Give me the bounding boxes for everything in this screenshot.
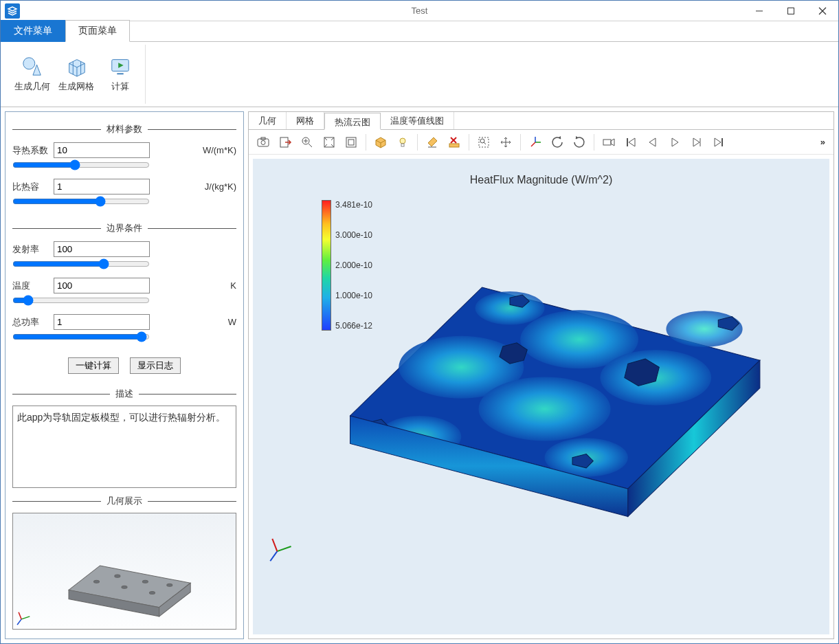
pan-button[interactable] [495, 132, 516, 153]
svg-rect-1 [788, 8, 794, 14]
axes-button[interactable] [525, 132, 546, 153]
plot-area[interactable]: HeatFlux Magnitude (W/m^2) 3.481e-10 3.0… [253, 159, 829, 634]
zoom-extents-button[interactable] [319, 132, 339, 153]
svg-point-19 [122, 586, 127, 588]
tab-mesh[interactable]: 网格 [287, 112, 324, 129]
geometry-preview[interactable] [12, 513, 236, 630]
description-text: 此app为导轨固定板模型，可以进行热辐射分析。 [12, 406, 236, 488]
show-log-button[interactable]: 显示日志 [130, 357, 181, 374]
svg-rect-36 [346, 137, 356, 147]
one-click-compute-button[interactable]: 一键计算 [68, 357, 119, 374]
svg-point-42 [400, 138, 405, 144]
minimize-button[interactable] [743, 1, 775, 21]
emissivity-input[interactable] [54, 241, 150, 257]
prev-frame-button[interactable] [642, 132, 663, 153]
last-frame-button[interactable] [708, 132, 729, 153]
tab-heatflux[interactable]: 热流云图 [324, 113, 381, 130]
svg-line-86 [272, 539, 277, 551]
next-frame-button[interactable] [686, 132, 707, 153]
param-label: 总功率 [12, 316, 49, 329]
svg-rect-43 [401, 144, 404, 146]
svg-marker-62 [672, 138, 678, 146]
sidebar: 材料参数 导热系数 W/(m*K) 比热容 J/(kg*K) 边界条件 [5, 111, 244, 639]
svg-rect-46 [449, 144, 459, 147]
svg-marker-65 [715, 138, 721, 146]
ribbon-tabs: 文件菜单 页面菜单 [1, 21, 838, 42]
generate-mesh-button[interactable]: 生成网格 [57, 56, 96, 93]
param-label: 温度 [12, 280, 49, 292]
tab-geometry[interactable]: 几何 [249, 112, 287, 129]
svg-marker-61 [649, 138, 656, 146]
plot-tabs: 几何 网格 热流云图 温度等值线图 [249, 112, 834, 130]
ribbon: 生成几何 生成网格 计算 [1, 42, 838, 107]
temperature-input[interactable] [54, 278, 150, 293]
zoom-button[interactable] [297, 132, 317, 153]
svg-point-23 [167, 584, 172, 586]
main-panel: 几何 网格 热流云图 温度等值线图 [248, 111, 834, 639]
app-icon [5, 3, 20, 19]
svg-point-70 [479, 377, 611, 441]
svg-point-20 [149, 591, 155, 594]
svg-rect-27 [258, 139, 269, 146]
cube-mesh-icon [65, 56, 87, 78]
svg-line-32 [309, 144, 312, 147]
section-header-geom: 几何展示 [12, 495, 236, 507]
plot-toolbar: » [249, 130, 834, 155]
svg-rect-37 [348, 140, 354, 145]
svg-line-24 [21, 617, 30, 619]
specific-heat-slider[interactable] [12, 196, 150, 207]
first-frame-button[interactable] [620, 132, 641, 153]
rotate-cw-button[interactable] [569, 132, 590, 153]
generate-geometry-button[interactable]: 生成几何 [13, 56, 52, 93]
thermal-conductivity-input[interactable] [54, 142, 150, 158]
rotate-ccw-button[interactable] [547, 132, 568, 153]
export-button[interactable] [275, 132, 295, 153]
tab-file-menu[interactable]: 文件菜单 [1, 20, 65, 42]
svg-point-4 [23, 58, 35, 69]
select-box-button[interactable] [473, 132, 494, 153]
action-buttons: 一键计算 显示日志 [12, 357, 236, 374]
close-button[interactable] [807, 1, 838, 21]
total-power-slider[interactable] [12, 331, 150, 342]
svg-line-51 [484, 142, 486, 144]
tab-isotherm[interactable]: 温度等值线图 [381, 112, 454, 129]
sphere-cone-icon [21, 56, 43, 78]
svg-marker-44 [428, 137, 437, 146]
zoom-box-button[interactable] [341, 132, 361, 153]
param-label: 导热系数 [12, 144, 49, 157]
ribbon-label: 生成网格 [58, 80, 94, 93]
svg-point-28 [261, 140, 265, 144]
total-power-input[interactable] [54, 314, 150, 330]
section-header-desc: 描述 [12, 388, 236, 400]
svg-line-25 [17, 619, 21, 625]
window-title: Test [412, 5, 428, 16]
param-label: 比热容 [12, 181, 49, 193]
animation-record-button[interactable] [599, 132, 619, 153]
svg-point-21 [115, 575, 120, 577]
view-cube-button[interactable] [370, 132, 391, 153]
snapshot-button[interactable] [253, 132, 273, 153]
play-button[interactable] [664, 132, 685, 153]
svg-line-26 [19, 612, 21, 619]
param-label: 发射率 [12, 243, 49, 256]
temperature-slider[interactable] [12, 295, 150, 306]
unit-label: W [228, 317, 236, 327]
tab-page-menu[interactable]: 页面菜单 [65, 20, 130, 42]
compute-button[interactable]: 计算 [101, 56, 139, 93]
light-button[interactable] [392, 132, 413, 153]
thermal-conductivity-slider[interactable] [12, 159, 150, 170]
heatflux-viz [253, 159, 829, 590]
axes-triad-icon [17, 612, 30, 625]
unit-label: J/(kg*K) [205, 181, 236, 192]
svg-point-22 [142, 580, 148, 583]
maximize-button[interactable] [775, 1, 807, 21]
emissivity-slider[interactable] [12, 258, 150, 269]
svg-rect-57 [603, 140, 611, 145]
toolbar-overflow-button[interactable]: » [816, 137, 829, 147]
clear-button[interactable] [422, 132, 443, 153]
param-specific-heat: 比热容 J/(kg*K) [12, 179, 236, 195]
body: 材料参数 导热系数 W/(m*K) 比热容 J/(kg*K) 边界条件 [1, 107, 838, 643]
delete-measure-button[interactable] [444, 132, 465, 153]
specific-heat-input[interactable] [54, 179, 150, 195]
svg-point-18 [93, 580, 99, 583]
